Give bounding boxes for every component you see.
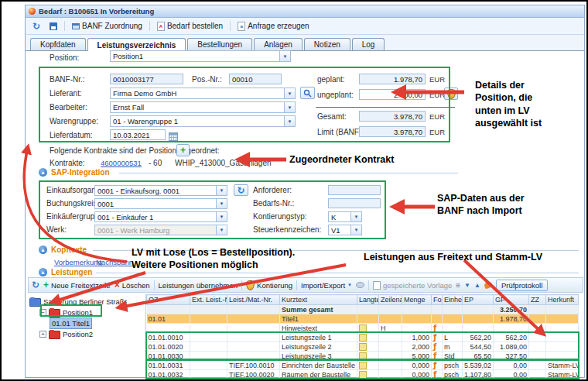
vorbemerkung-link[interactable]: Vorbemerkung [54,258,102,266]
banf-nr-field[interactable]: 0010003177 [110,74,183,84]
table-row[interactable]: HinweistextHƒ [147,324,579,333]
kontierung-button[interactable]: Kontierung [246,280,292,290]
sap-field-select[interactable]: V1▼ [328,225,362,235]
column-header[interactable]: Formel [432,295,443,305]
column-header[interactable]: Herkunft [546,295,579,305]
chevron-down-icon[interactable]: ▼ [284,116,295,126]
loeschen-button[interactable]: × Löschen [115,281,150,290]
kopftexte-section-toggle[interactable]: ▲ [39,245,47,254]
tab-anlagen[interactable]: Anlagen [254,38,303,50]
chevron-down-icon[interactable]: ▼ [350,225,361,235]
ungeplant-field[interactable]: 2.000,00 [359,89,426,100]
tree-item-01-01-titel1[interactable]: 01.01 Titel1 [50,318,61,328]
anfrage-erzeugen-button[interactable]: a Anfrage erzeugen [235,21,312,32]
column-header[interactable]: Menge [402,295,432,305]
add-kontrakt-button[interactable]: + [176,144,190,156]
column-header[interactable]: ZZ [529,295,546,305]
move-up-icon[interactable]: ▲ [474,282,480,289]
lieferant-select[interactable]: Firma Demo GmbH ▼ [110,88,296,99]
kontrakt-link[interactable]: 4600000531 [101,159,142,167]
chevron-down-icon[interactable]: ▼ [284,88,295,98]
lieferant-search-button[interactable] [300,87,315,99]
gespeicherte-vorlage-button[interactable]: gespeicherte Vorlage [373,281,452,290]
tab-log[interactable]: Log [352,38,385,50]
tree-item-position1[interactable]: −Position1 [39,307,93,318]
column-header[interactable]: EP [463,295,494,305]
chevron-down-icon[interactable]: ▼ [284,102,295,112]
table-row[interactable]: 01.01Titel11.978,70 [147,314,579,324]
banf-zuordnung-button[interactable]: BANF Zuordnung [70,21,145,31]
calendar-button[interactable] [169,130,178,144]
preview-icon[interactable] [356,282,364,288]
sap-field-select[interactable]: K▼ [328,211,362,222]
column-header[interactable]: GP [494,295,529,305]
tab-kopfdaten[interactable]: Kopfdaten [30,38,86,50]
chevron-down-icon[interactable]: ▼ [216,212,227,221]
tree-item-sanierung-berliner-stra-e[interactable]: Sanierung Berliner Straße [29,297,127,307]
kontierung-shield-button[interactable] [444,88,458,100]
leistungen-uebernehmen-button[interactable]: Leistungen übernehmen [159,281,238,290]
sap-field-input[interactable] [328,185,381,195]
note-icon[interactable] [359,334,367,342]
nachspann-link[interactable]: Nachspann [96,258,133,266]
tab-leistungsverzeichnis[interactable]: Leistungsverzeichnis [87,38,186,51]
column-header[interactable]: Leist./Mat.-Nr. [227,295,280,305]
formula-icon[interactable]: ƒ [433,342,436,351]
refresh-button[interactable]: ↻ [30,22,43,31]
formula-icon[interactable]: ƒ [433,352,436,360]
table-row[interactable]: 01.01.0010Leistungszeile 11,000ƒL562,205… [147,333,579,342]
chevron-down-icon[interactable]: ▼ [216,199,227,208]
sap-section-toggle[interactable]: ▲ [39,168,47,177]
import-export-button[interactable]: Import/Export ▼ [301,281,352,290]
formula-icon[interactable]: ƒ [433,370,436,379]
refresh-icon: ↻ [32,22,40,30]
bearbeiter-select[interactable]: Ernst Fall ▼ [110,101,296,113]
chevron-down-icon[interactable]: ▼ [279,51,290,61]
sap-field-select[interactable]: 0001▼ [94,198,227,209]
pos-nr-field[interactable]: 00010 [229,74,282,84]
column-header[interactable]: Ext. Leist.-Nr. [190,295,227,305]
column-header[interactable]: Zeilenart [379,295,402,305]
column-header[interactable]: Langtext [357,295,379,305]
table-row[interactable]: Summe gesamt3.250,70 [147,305,579,314]
neue-freitextzeile-button[interactable]: + Neue Freitextzeile [43,281,111,290]
collapse-icon[interactable]: − [39,309,46,316]
refresh-rows-button[interactable]: ↻ [32,281,39,289]
table-row[interactable]: 01.01.0030Leistungszeile 35,000ƒStd65,50… [147,352,579,361]
formula-icon[interactable]: ƒ [433,361,436,369]
note-icon[interactable] [359,371,367,379]
note-icon[interactable] [359,362,367,369]
column-header[interactable]: OZ [147,295,190,305]
lieferdatum-field[interactable]: 10.03.2021 [110,129,166,140]
position-select[interactable]: Position1 ▼ [110,50,291,62]
column-header[interactable]: Kurztext [280,295,357,305]
sap-sync-button[interactable]: ↻ [234,184,248,196]
expand-icon[interactable]: + [39,331,46,338]
warengruppe-select[interactable]: 01 - Warengruppe 1 ▼ [110,115,296,127]
column-header[interactable]: Einheit [443,295,463,305]
note-icon[interactable] [359,343,367,351]
position-label: Position: [50,53,79,62]
move-down-icon[interactable]: ▼ [464,282,470,289]
note-icon[interactable] [359,324,367,332]
save-button[interactable] [47,22,60,31]
bedarf-bestellen-button[interactable]: A Bedarf bestellen [155,21,225,32]
pruefprotokoll-button[interactable]: Prüfprotokoll [496,280,548,291]
tab-notizen[interactable]: Notizen [304,38,350,50]
sap-field-input[interactable] [328,198,381,208]
table-row[interactable]: 01.01.0031TIEF.100.0010Einrichten der Ba… [147,361,579,370]
chevron-down-icon[interactable]: ▼ [216,186,227,195]
numbering-icon[interactable]: ≡ [456,282,460,289]
sap-field-select[interactable]: 001 - Einkäufer 1▼ [94,211,227,222]
formula-icon[interactable]: ƒ [433,324,436,332]
pointing-hand-icon[interactable] [484,281,493,290]
table-row[interactable]: 01.01.0020Leistungszeile 22,000ƒm544,501… [147,342,579,352]
formula-icon[interactable]: ƒ [433,333,436,342]
chevron-down-icon[interactable]: ▼ [350,212,361,221]
table-row[interactable]: 01.01.0032TIEF.100.0020Räumen der Bauste… [147,370,579,379]
leistungen-section-toggle[interactable]: ▲ [39,268,47,276]
sap-field-select[interactable]: 0001 - Einkaufsorg. 0001▼ [94,185,227,196]
tab-bestellungen[interactable]: Bestellungen [187,38,252,50]
tree-item-position2[interactable]: +Position2 [39,329,93,339]
note-icon[interactable] [359,352,367,360]
